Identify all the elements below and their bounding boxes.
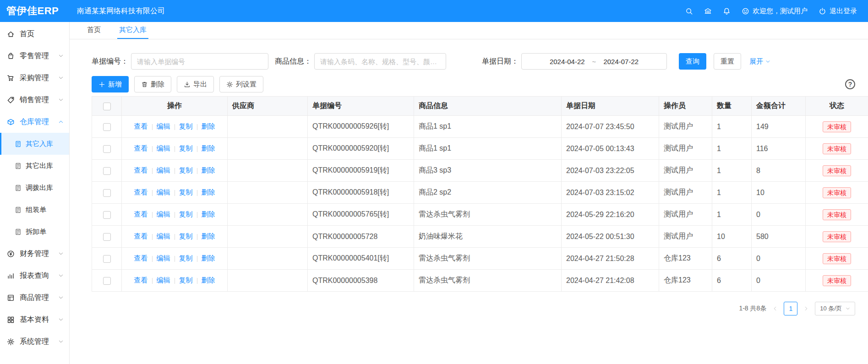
row-action-view[interactable]: 查看 (134, 166, 148, 174)
row-action-delete[interactable]: 删除 (202, 122, 215, 130)
row-action-edit[interactable]: 编辑 (157, 122, 170, 130)
row-action-copy[interactable]: 复制 (179, 254, 193, 262)
cell-bill-no: QTRK00000005926[转] (308, 116, 414, 138)
cell-date: 2024-05-29 22:16:20 (562, 204, 659, 226)
reset-button[interactable]: 重置 (714, 53, 741, 70)
row-action-delete[interactable]: 删除 (202, 210, 215, 218)
row-action-copy[interactable]: 复制 (179, 166, 193, 174)
cell-product: 商品3 sp3 (414, 160, 562, 182)
cell-bill-no: QTRK00000005918[转] (308, 182, 414, 204)
row-action-view[interactable]: 查看 (134, 232, 148, 240)
search-icon[interactable] (685, 7, 693, 15)
row-action-copy[interactable]: 复制 (179, 276, 193, 284)
system-icon (7, 338, 15, 346)
tab-0[interactable]: 首页 (85, 22, 103, 39)
row-action-edit[interactable]: 编辑 (157, 232, 170, 240)
bill-no-input[interactable] (131, 53, 268, 70)
sidebar-subitem-4-3[interactable]: 组装单 (0, 199, 69, 221)
row-action-edit[interactable]: 编辑 (157, 276, 170, 284)
date-end-value[interactable]: 2024-07-22 (603, 58, 639, 65)
cell-supplier (228, 182, 308, 204)
help-button[interactable]: ? (845, 79, 855, 89)
sidebar-item-system[interactable]: 系统管理 (0, 331, 69, 353)
row-checkbox[interactable] (103, 145, 111, 153)
row-checkbox[interactable] (103, 277, 111, 285)
current-page-button[interactable]: 1 (784, 302, 797, 315)
sidebar: 首页零售管理采购管理销售管理仓库管理其它入库其它出库调拨出库组装单拆卸单财务管理… (0, 22, 70, 364)
search-button[interactable]: 查询 (679, 53, 706, 70)
prev-page-icon[interactable] (772, 306, 778, 311)
bell-icon[interactable] (723, 7, 731, 15)
sidebar-item-retail[interactable]: 零售管理 (0, 45, 69, 67)
logout-button[interactable]: 退出登录 (819, 7, 857, 16)
cell-qty: 6 (712, 270, 752, 292)
row-action-edit[interactable]: 编辑 (157, 210, 170, 218)
row-checkbox[interactable] (103, 211, 111, 219)
sidebar-item-report[interactable]: 报表查询 (0, 265, 69, 287)
row-checkbox[interactable] (103, 255, 111, 263)
cell-select (92, 226, 122, 248)
delete-button-label: 删除 (151, 80, 164, 89)
next-page-icon[interactable] (803, 306, 809, 311)
divider (175, 124, 175, 130)
row-action-copy[interactable]: 复制 (179, 232, 193, 240)
cell-actions: 查看编辑复制删除 (122, 204, 228, 226)
delete-button[interactable]: 删除 (134, 76, 171, 92)
divider (197, 124, 197, 130)
sidebar-item-home[interactable]: 首页 (0, 23, 69, 45)
chevron-up-icon (58, 119, 64, 125)
row-checkbox[interactable] (103, 233, 111, 241)
sidebar-subitem-4-2[interactable]: 调拨出库 (0, 177, 69, 199)
row-action-edit[interactable]: 编辑 (157, 188, 170, 196)
row-action-edit[interactable]: 编辑 (157, 144, 170, 152)
row-action-copy[interactable]: 复制 (179, 210, 193, 218)
sidebar-subitem-4-0[interactable]: 其它入库 (0, 133, 69, 155)
add-button[interactable]: 新增 (92, 76, 129, 92)
row-action-delete[interactable]: 删除 (202, 276, 215, 284)
export-button-label: 导出 (193, 80, 207, 89)
sidebar-item-basic[interactable]: 基本资料 (0, 309, 69, 331)
row-action-view[interactable]: 查看 (134, 144, 148, 152)
date-range-picker[interactable]: 2024-04-22 ~ 2024-07-22 (521, 53, 667, 70)
row-action-delete[interactable]: 删除 (202, 166, 215, 174)
cell-select (92, 204, 122, 226)
row-action-view[interactable]: 查看 (134, 276, 148, 284)
export-button[interactable]: 导出 (177, 76, 214, 92)
row-checkbox[interactable] (103, 189, 111, 197)
sidebar-item-purchase[interactable]: 采购管理 (0, 67, 69, 89)
row-action-delete[interactable]: 删除 (202, 144, 215, 152)
bank-icon[interactable] (704, 7, 712, 15)
row-action-view[interactable]: 查看 (134, 210, 148, 218)
tab-1[interactable]: 其它入库 (117, 22, 148, 39)
row-action-copy[interactable]: 复制 (179, 122, 193, 130)
column-settings-button[interactable]: 列设置 (219, 76, 263, 92)
row-action-copy[interactable]: 复制 (179, 188, 193, 196)
sidebar-item-finance[interactable]: 财务管理 (0, 243, 69, 265)
row-checkbox[interactable] (103, 123, 111, 131)
product-info-input[interactable] (314, 53, 446, 70)
row-action-view[interactable]: 查看 (134, 188, 148, 196)
sidebar-subitem-4-1[interactable]: 其它出库 (0, 155, 69, 177)
select-all-checkbox[interactable] (103, 103, 111, 110)
row-action-delete[interactable]: 删除 (202, 188, 215, 196)
cell-supplier (228, 226, 308, 248)
sidebar-subitem-4-4[interactable]: 拆卸单 (0, 221, 69, 243)
row-checkbox[interactable] (103, 167, 111, 175)
finance-icon (7, 250, 15, 258)
table-row: 查看编辑复制删除QTRK00000005919[转]商品3 sp32024-07… (92, 160, 868, 182)
date-start-value[interactable]: 2024-04-22 (550, 58, 585, 65)
chevron-down-icon (58, 339, 64, 344)
user-welcome[interactable]: 欢迎您，测试用户 (742, 7, 808, 16)
row-action-delete[interactable]: 删除 (202, 232, 215, 240)
page-size-select[interactable]: 10 条/页 (815, 302, 855, 315)
sidebar-item-warehouse[interactable]: 仓库管理 (0, 111, 69, 133)
row-action-view[interactable]: 查看 (134, 254, 148, 262)
row-action-view[interactable]: 查看 (134, 122, 148, 130)
sidebar-item-sales[interactable]: 销售管理 (0, 89, 69, 111)
sidebar-item-goods[interactable]: 商品管理 (0, 287, 69, 309)
expand-toggle[interactable]: 展开 (749, 57, 770, 66)
row-action-edit[interactable]: 编辑 (157, 254, 170, 262)
row-action-delete[interactable]: 删除 (202, 254, 215, 262)
row-action-copy[interactable]: 复制 (179, 144, 193, 152)
row-action-edit[interactable]: 编辑 (157, 166, 170, 174)
